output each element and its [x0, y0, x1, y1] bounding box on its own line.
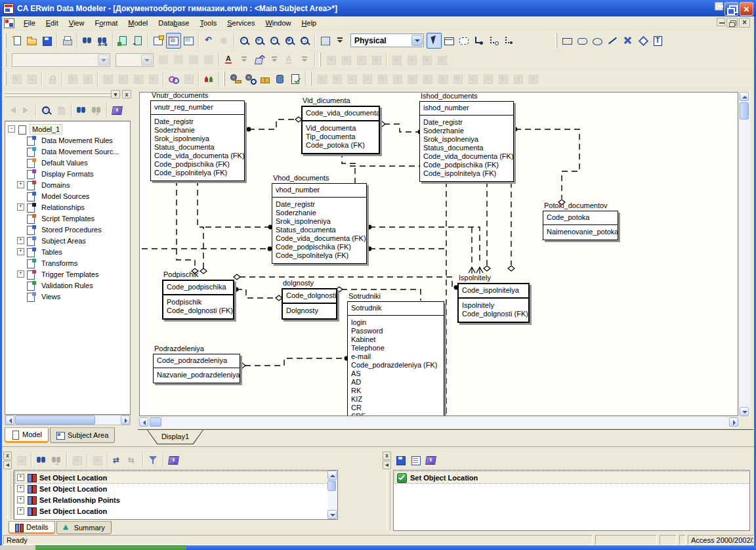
tree-expand-box[interactable]: + [17, 237, 24, 244]
pane-grip[interactable] [5, 95, 111, 97]
zoom-page-button[interactable]: □ [297, 33, 312, 49]
scroll-down-button[interactable] [740, 407, 749, 416]
mdi-restore-button[interactable] [726, 18, 738, 28]
save-model-button[interactable] [39, 33, 54, 49]
scroll-down-button[interactable] [327, 510, 337, 519]
entity-ispolnitely[interactable]: IspolnitelyCode_ispolnitelyaIspolnitelyC… [457, 283, 530, 323]
toolbar-grip[interactable] [310, 72, 312, 86]
help-button[interactable] [166, 452, 181, 468]
entity-vhod_documents[interactable]: Vhod_documentsvhod_numberDate_registrSod… [272, 183, 367, 264]
notation-combo[interactable]: Physical [350, 33, 424, 47]
tree-item-transforms[interactable]: Transforms [8, 257, 130, 268]
tree-item-data-movement-sourc[interactable]: Data Movement Sourc... [8, 146, 130, 157]
diagram-vertical-scrollbar[interactable] [740, 92, 750, 416]
line-tool[interactable] [605, 33, 620, 49]
list-item[interactable]: +Set Relationship Points [16, 494, 337, 505]
menu-tools[interactable]: Tools [194, 17, 222, 29]
tree-collapse-box[interactable]: - [8, 125, 15, 133]
tree-item-views[interactable]: Views [8, 291, 130, 302]
stored-display-button[interactable] [166, 33, 181, 49]
scroll-up-button[interactable] [740, 92, 749, 101]
taskbar-start-button[interactable] [35, 545, 186, 550]
model-security-button[interactable] [258, 71, 273, 87]
tree-item-validation-rules[interactable]: Validation Rules [8, 280, 130, 291]
entity-podrazdeleniya[interactable]: PodrazdeleniyaCode_podrazdeleniyaNazvani… [153, 354, 240, 383]
select-tool[interactable] [427, 33, 442, 49]
tree-item-display-formats[interactable]: Display Formats [8, 168, 130, 179]
scroll-right-button[interactable] [729, 417, 738, 427]
expand-box[interactable]: + [17, 507, 24, 515]
pane-grip[interactable] [387, 471, 390, 530]
many-to-many-tool[interactable] [487, 33, 502, 49]
list-item[interactable]: +Set Object Location [16, 472, 337, 483]
relationship-navigator-button[interactable] [166, 71, 181, 87]
text-block-tool[interactable] [650, 33, 665, 49]
find-button[interactable] [74, 102, 89, 118]
scroll-thumb[interactable] [15, 415, 95, 425]
scroll-thumb[interactable] [740, 102, 749, 119]
entity-box[interactable]: Code_podrazdeleniyaNazvanie_podrazdeleni… [153, 354, 240, 383]
entity-box[interactable]: vnutr_reg_numberDate_registrSoderzhanieS… [150, 100, 245, 181]
tree-item-model_1[interactable]: -Model_1 [8, 123, 130, 135]
menu-help[interactable]: Help [297, 17, 322, 29]
undo-button[interactable] [201, 33, 217, 49]
model-tree[interactable]: -Model_1Data Movement RulesData Movement… [5, 121, 131, 415]
toolbar-grip[interactable] [223, 72, 225, 86]
menu-database[interactable]: Database [153, 17, 194, 29]
entity-box[interactable]: Code_ispolnitelyaIspolnitelyCode_dolgnos… [457, 283, 530, 323]
toolbar-grip[interactable] [5, 33, 7, 48]
display-settings-button[interactable] [181, 33, 196, 49]
ellipse-tool[interactable] [590, 33, 605, 49]
toolbar-grip[interactable] [555, 33, 557, 48]
menu-services[interactable]: Services [222, 17, 260, 29]
new-subject-area-button[interactable] [151, 33, 166, 49]
list-item[interactable]: +Set Object Location [16, 483, 337, 494]
expand-box[interactable]: + [17, 496, 24, 503]
tree-item-trigger-templates[interactable]: +Trigger Templates [8, 268, 130, 280]
zoom-out-button[interactable]: - [237, 33, 252, 49]
entity-box[interactable]: Code_dolgnostiDolgnosty [282, 288, 337, 320]
prev-change-button[interactable] [110, 452, 125, 468]
model-roles-button[interactable] [201, 71, 217, 87]
tree-item-tables[interactable]: +Tables [8, 246, 130, 257]
restore-button[interactable] [724, 2, 738, 16]
entity-podpischik[interactable]: PodpischikCode_podpischikaPodpischikCode… [162, 280, 234, 320]
pane-close-button[interactable]: x [122, 90, 131, 98]
entity-box[interactable]: SotrudnikloginPasswordKabinetTelephonee-… [347, 301, 444, 416]
polyline-tool[interactable] [620, 33, 635, 49]
tab-subject-area[interactable]: Subject Area [50, 427, 115, 443]
tree-item-data-movement-rules[interactable]: Data Movement Rules [8, 135, 130, 146]
scroll-up-button[interactable] [327, 471, 337, 480]
tree-item-domains[interactable]: +Domains [8, 179, 130, 190]
menu-format[interactable]: Format [89, 17, 123, 29]
forward-engineer-button[interactable] [288, 71, 303, 87]
tree-root-label[interactable]: Model_1 [30, 125, 62, 134]
find-button[interactable] [80, 33, 95, 49]
entity-vnutr_documents[interactable]: Vnutr_documentsvnutr_reg_numberDate_regi… [150, 100, 245, 181]
entity-box[interactable]: Code_vida_documentaVid_documentaTip_docu… [301, 106, 380, 154]
find-entity-button[interactable]: A→B [95, 33, 110, 49]
entity-potoki_documentov[interactable]: Potoki_documentovCode_potokaNaimenovanie… [543, 211, 618, 240]
non-identifying-relationship-tool[interactable] [502, 33, 517, 49]
list-item[interactable]: Set Object Location [395, 472, 749, 483]
tree-item-default-values[interactable]: Default Values [8, 157, 130, 168]
entity-vid_dicumenta[interactable]: Vid_dicumentaCode_vida_documentaVid_docu… [301, 106, 380, 154]
details-list-scrollbar[interactable] [327, 471, 337, 519]
rounded-rectangle-tool[interactable] [575, 33, 590, 49]
list-item[interactable]: +Set Object Location [16, 505, 337, 517]
mdi-minimize-button[interactable] [717, 18, 725, 26]
new-model-button[interactable] [9, 33, 24, 49]
tree-item-relationships[interactable]: +Relationships [8, 201, 130, 213]
tab-details[interactable]: Details [9, 521, 55, 534]
preview-button[interactable]: □ [39, 102, 54, 118]
tree-expand-box[interactable]: + [17, 270, 24, 278]
entity-box[interactable]: ishod_numberDate_registrSoderzhanieSrok_… [419, 101, 514, 182]
close-button[interactable] [740, 2, 753, 16]
details-list[interactable]: +Set Object Location+Set Object Location… [14, 470, 338, 520]
tree-expand-box[interactable]: + [17, 181, 24, 188]
identifying-relationship-tool[interactable] [472, 33, 487, 49]
view-tool[interactable] [457, 33, 472, 49]
expand-box[interactable]: + [17, 474, 24, 481]
add-model-source-button[interactable] [116, 33, 131, 49]
zoom-in-button[interactable]: + [252, 33, 267, 49]
